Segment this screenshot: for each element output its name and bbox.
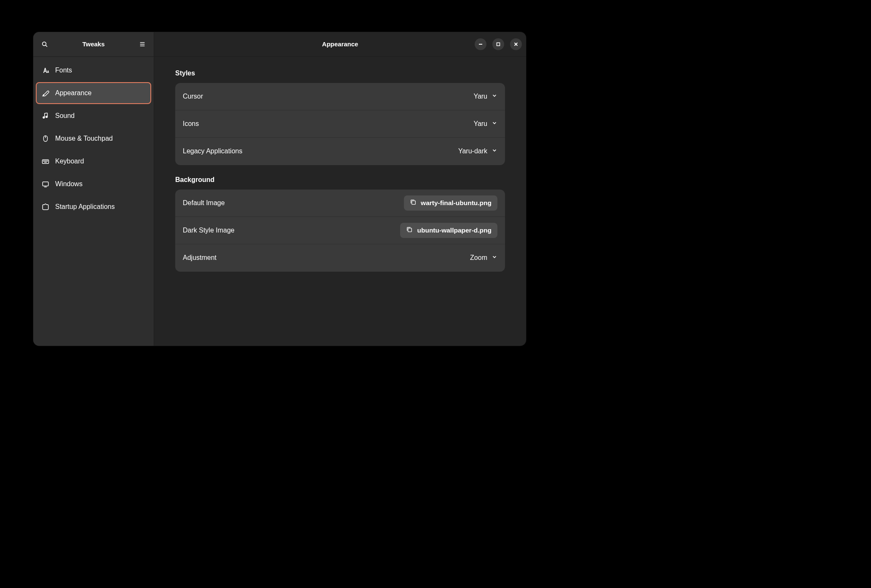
styles-group: Cursor Yaru Icons Yaru Legacy Applicatio… [175, 83, 505, 165]
svg-point-13 [46, 160, 46, 161]
mouse-icon [42, 135, 49, 142]
styles-heading: Styles [175, 69, 505, 77]
svg-point-12 [45, 160, 45, 161]
sidebar-nav: Fonts Appearance Sound Mouse & Touchpad [33, 57, 154, 220]
default-image-row: Default Image warty-final-ubuntu.png [175, 190, 505, 217]
sidebar-item-fonts[interactable]: Fonts [36, 59, 151, 81]
chevron-down-icon [492, 93, 497, 100]
svg-rect-23 [408, 228, 412, 232]
svg-point-7 [46, 116, 48, 118]
row-value: Yaru [473, 120, 487, 128]
startup-icon [42, 203, 49, 211]
sidebar-item-keyboard[interactable]: Keyboard [36, 150, 151, 172]
maximize-icon [496, 42, 500, 46]
tweaks-window: Tweaks Fonts Appearance [33, 32, 526, 346]
background-heading: Background [175, 176, 505, 184]
main-panel: Appearance Styles [154, 32, 526, 346]
close-icon [514, 42, 518, 46]
sidebar-header: Tweaks [33, 32, 154, 57]
sidebar-item-label: Mouse & Touchpad [55, 135, 113, 142]
sidebar-item-appearance[interactable]: Appearance [36, 82, 151, 104]
file-name: ubuntu-wallpaper-d.png [417, 227, 492, 234]
sidebar-item-sound[interactable]: Sound [36, 105, 151, 127]
svg-point-11 [43, 160, 44, 161]
sidebar: Tweaks Fonts Appearance [33, 32, 154, 346]
chevron-down-icon [492, 147, 497, 155]
legacy-applications-row[interactable]: Legacy Applications Yaru-dark [175, 138, 505, 165]
sidebar-item-startup-applications[interactable]: Startup Applications [36, 196, 151, 218]
chevron-down-icon [492, 254, 497, 262]
svg-rect-19 [497, 43, 500, 45]
sidebar-item-label: Sound [55, 112, 75, 120]
windows-icon [42, 180, 49, 188]
minimize-icon [478, 42, 483, 46]
row-label: Icons [183, 120, 473, 128]
sound-icon [42, 112, 49, 120]
row-value: Yaru-dark [458, 147, 487, 155]
appearance-icon [42, 89, 49, 97]
row-value: Yaru [473, 93, 487, 100]
row-label: Adjustment [183, 254, 470, 262]
window-controls [475, 38, 522, 50]
background-group: Default Image warty-final-ubuntu.png Dar… [175, 190, 505, 272]
file-icon [410, 199, 417, 207]
row-label: Dark Style Image [183, 227, 400, 234]
svg-rect-16 [43, 182, 48, 186]
sidebar-item-label: Windows [55, 180, 83, 188]
keyboard-icon [42, 158, 49, 165]
sidebar-item-label: Appearance [55, 89, 91, 97]
search-button[interactable] [37, 37, 52, 51]
minimize-button[interactable] [475, 38, 486, 50]
maximize-button[interactable] [492, 38, 504, 50]
sidebar-item-windows[interactable]: Windows [36, 173, 151, 195]
file-icon [406, 226, 413, 235]
svg-point-5 [43, 94, 44, 95]
sidebar-item-label: Fonts [55, 67, 72, 74]
cursor-row[interactable]: Cursor Yaru [175, 83, 505, 110]
app-title: Tweaks [52, 40, 135, 48]
dark-style-image-row: Dark Style Image ubuntu-wallpaper-d.png [175, 217, 505, 244]
adjustment-row[interactable]: Adjustment Zoom [175, 244, 505, 272]
row-label: Cursor [183, 93, 473, 100]
svg-point-0 [43, 42, 46, 45]
icons-row[interactable]: Icons Yaru [175, 110, 505, 138]
close-button[interactable] [510, 38, 522, 50]
dark-style-image-file-button[interactable]: ubuntu-wallpaper-d.png [400, 223, 497, 238]
main-header: Appearance [154, 32, 526, 57]
svg-rect-10 [43, 160, 49, 163]
chevron-down-icon [492, 120, 497, 128]
sidebar-item-mouse-touchpad[interactable]: Mouse & Touchpad [36, 128, 151, 150]
content-area: Styles Cursor Yaru Icons Yaru [154, 57, 526, 346]
svg-point-14 [47, 160, 48, 161]
page-title: Appearance [158, 40, 522, 48]
svg-rect-22 [412, 200, 416, 204]
file-name: warty-final-ubuntu.png [421, 199, 492, 207]
sidebar-item-label: Startup Applications [55, 203, 115, 211]
sidebar-item-label: Keyboard [55, 158, 84, 165]
fonts-icon [42, 67, 49, 74]
search-icon [41, 41, 48, 48]
svg-point-6 [43, 116, 45, 118]
row-value: Zoom [470, 254, 487, 262]
row-label: Default Image [183, 199, 404, 207]
default-image-file-button[interactable]: warty-final-ubuntu.png [404, 195, 497, 211]
svg-line-1 [45, 45, 47, 47]
hamburger-icon [139, 41, 146, 48]
menu-button[interactable] [135, 37, 150, 51]
row-label: Legacy Applications [183, 147, 458, 155]
